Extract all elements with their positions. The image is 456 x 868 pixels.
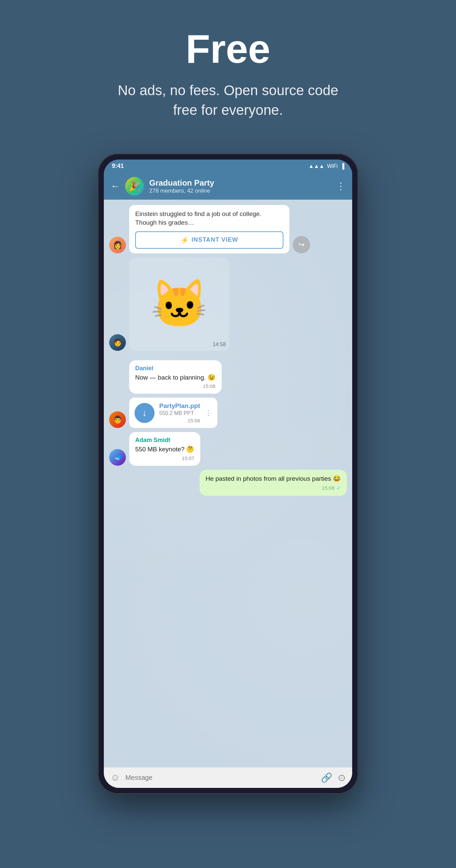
avatar-male1: 🧑 [109, 334, 126, 351]
group-avatar: 🎉 [125, 177, 144, 196]
signal-icon: ▲▲▲ [308, 163, 325, 169]
read-receipt-icon: ✓ [336, 485, 341, 491]
camera-button[interactable]: ⊙ [338, 772, 345, 783]
file-info: PartyPlan.ppt 550.2 MB PPT 15:06 [159, 402, 200, 423]
message-input[interactable] [125, 774, 315, 781]
daniel-bubble: Daniel Now — back to planning. 😉 15:06 [129, 360, 222, 394]
file-name: PartyPlan.ppt [159, 402, 200, 410]
adam-sender-name: Adam Smidt [135, 437, 194, 444]
header-menu-button[interactable]: ⋮ [336, 181, 345, 192]
daniel-sender-name: Daniel [135, 365, 216, 372]
status-icons: ▲▲▲ WiFi ▐ [308, 163, 344, 169]
file-bubble: ↓ PartyPlan.ppt 550.2 MB PPT 15:06 ⋮ [129, 398, 217, 428]
sticker-time: 14:58 [213, 342, 226, 347]
adam-bubble: Adam Smidt 550 MB keynote? 🤔 15:07 [129, 432, 200, 466]
daniel-message-time: 15:06 [203, 383, 216, 389]
status-bar: 9:41 ▲▲▲ WiFi ▐ [104, 160, 352, 173]
cat-sticker: 🐱 [150, 276, 209, 332]
group-name: Graduation Party [149, 178, 331, 188]
phone-mockup: 9:41 ▲▲▲ WiFi ▐ ← 🎉 Graduation Party 278… [98, 154, 358, 794]
sticker-image: A = πr² V = l³ s = √(r²+h²) A = πr² + πr… [129, 257, 229, 351]
avatar-male3: 🧢 [109, 449, 126, 466]
outgoing-message-time: 15:08 [322, 485, 334, 491]
article-bubble: Einstein struggled to find a job out of … [129, 205, 290, 253]
chat-area: 👩 Einstein struggled to find a job out o… [104, 199, 352, 767]
avatar-female: 👩 [109, 237, 126, 253]
phone-screen: 9:41 ▲▲▲ WiFi ▐ ← 🎉 Graduation Party 278… [104, 160, 352, 788]
group-members: 278 members, 42 online [149, 188, 331, 194]
message-bar: ☺ 🔗 ⊙ [104, 767, 352, 788]
hero-section: Free No ads, no fees. Open source code f… [104, 0, 352, 140]
message-row-outgoing: He pasted in photos from all previous pa… [109, 470, 347, 496]
share-button[interactable]: ↪ [293, 236, 310, 253]
battery-icon: ▐ [340, 163, 344, 169]
daniel-message-text: Now — back to planning. 😉 [135, 373, 216, 382]
chat-header: ← 🎉 Graduation Party 278 members, 42 onl… [104, 173, 352, 199]
outgoing-message-text: He pasted in photos from all previous pa… [206, 474, 341, 484]
emoji-button[interactable]: ☺ [111, 772, 120, 783]
instant-view-label: INSTANT VIEW [192, 236, 238, 243]
file-message-time: 15:06 [188, 417, 200, 423]
instant-view-button[interactable]: ⚡ INSTANT VIEW [135, 231, 283, 249]
hero-title: Free [111, 27, 345, 71]
adam-message-text: 550 MB keynote? 🤔 [135, 445, 194, 454]
phone-outer: 9:41 ▲▲▲ WiFi ▐ ← 🎉 Graduation Party 278… [98, 154, 358, 794]
message-row-daniel: Daniel Now — back to planning. 😉 15:06 [109, 360, 347, 394]
avatar-male2: 👨 [109, 411, 126, 428]
adam-message-time: 15:07 [182, 455, 194, 461]
hero-subtitle: No ads, no fees. Open source code free f… [111, 81, 345, 120]
attach-button[interactable]: 🔗 [321, 772, 333, 783]
article-text: Einstein struggled to find a job out of … [135, 210, 283, 227]
status-time: 9:41 [112, 163, 124, 169]
message-row-sticker: 🧑 A = πr² V = l³ s = √(r²+h²) A = πr² + … [109, 257, 347, 351]
back-button[interactable]: ← [111, 181, 120, 192]
file-size: 550.2 MB PPT [159, 410, 200, 416]
message-row-file: 👨 ↓ PartyPlan.ppt 550.2 MB PPT 15:06 ⋮ [109, 398, 347, 428]
lightning-icon: ⚡ [181, 236, 189, 244]
outgoing-bubble: He pasted in photos from all previous pa… [200, 470, 347, 496]
file-menu-button[interactable]: ⋮ [205, 409, 212, 417]
wifi-icon: WiFi [327, 163, 338, 169]
message-row-article: 👩 Einstein struggled to find a job out o… [109, 205, 347, 253]
message-row-adam: 🧢 Adam Smidt 550 MB keynote? 🤔 15:07 [109, 432, 347, 466]
sticker-container: A = πr² V = l³ s = √(r²+h²) A = πr² + πr… [129, 257, 229, 351]
file-download-icon[interactable]: ↓ [134, 403, 155, 423]
group-info: Graduation Party 278 members, 42 online [149, 178, 331, 194]
